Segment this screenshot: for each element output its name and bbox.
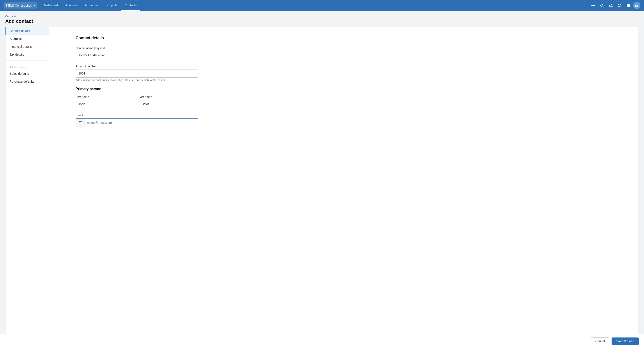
page-title: Add contact bbox=[5, 18, 639, 24]
account-number-group: Account number Add a unique account numb… bbox=[76, 65, 612, 82]
svg-rect-13 bbox=[79, 122, 82, 124]
primary-person-title: Primary person bbox=[76, 87, 612, 91]
svg-rect-11 bbox=[628, 6, 629, 7]
last-name-group: Last name bbox=[139, 95, 198, 108]
save-close-button[interactable]: Save & close bbox=[612, 338, 639, 345]
sidebar-item-addresses[interactable]: Addresses bbox=[6, 35, 49, 43]
breadcrumb-contacts[interactable]: Contacts bbox=[5, 15, 16, 18]
svg-rect-10 bbox=[627, 6, 628, 7]
email-label: Email bbox=[76, 114, 612, 117]
user-avatar[interactable]: ES bbox=[633, 2, 640, 9]
content-wrapper: Contact details Addresses Financial deta… bbox=[0, 27, 644, 348]
svg-rect-7 bbox=[627, 5, 628, 6]
org-name: KELS Construction bbox=[6, 4, 32, 7]
first-name-group: First name bbox=[76, 95, 135, 108]
account-number-hint: Add a unique account number to identify,… bbox=[76, 79, 612, 82]
name-row: First name Last name bbox=[76, 95, 198, 114]
svg-rect-12 bbox=[629, 6, 630, 7]
nav-dashboard[interactable]: Dashboard bbox=[39, 0, 61, 11]
sidebar-item-contact-details[interactable]: Contact details bbox=[6, 27, 49, 35]
nav-right-actions: ? ES bbox=[589, 2, 640, 10]
top-navigation: KELS Construction ▾ Dashboard Business A… bbox=[0, 0, 644, 11]
sidebar: Contact details Addresses Financial deta… bbox=[5, 27, 49, 343]
contact-name-group: Contact name (required) bbox=[76, 46, 612, 60]
sidebar-item-purchase-defaults[interactable]: Purchase defaults bbox=[6, 78, 49, 86]
contact-name-label: Contact name (required) bbox=[76, 46, 612, 50]
nav-business[interactable]: Business bbox=[61, 0, 81, 11]
last-name-label: Last name bbox=[139, 95, 198, 98]
chevron-down-icon: ▾ bbox=[34, 4, 35, 7]
search-icon-button[interactable] bbox=[598, 2, 606, 10]
cancel-button[interactable]: Cancel bbox=[591, 338, 610, 345]
nav-contacts[interactable]: Contacts bbox=[121, 0, 140, 11]
sidebar-divider bbox=[6, 60, 49, 60]
account-number-label: Account number bbox=[76, 65, 612, 68]
svg-rect-8 bbox=[628, 5, 629, 6]
email-input-wrapper bbox=[76, 118, 198, 127]
svg-rect-5 bbox=[628, 4, 629, 5]
account-number-input[interactable] bbox=[76, 69, 198, 78]
svg-text:?: ? bbox=[619, 4, 620, 7]
sidebar-item-tax-details[interactable]: Tax details bbox=[6, 50, 49, 58]
contact-details-title: Contact details bbox=[76, 36, 612, 40]
email-icon bbox=[76, 118, 85, 127]
nav-projects[interactable]: Projects bbox=[103, 0, 121, 11]
first-name-label: First name bbox=[76, 95, 135, 98]
grid-icon-button[interactable] bbox=[624, 2, 632, 10]
svg-line-1 bbox=[602, 6, 604, 7]
svg-rect-4 bbox=[627, 4, 628, 5]
help-icon-button[interactable]: ? bbox=[616, 2, 624, 10]
sidebar-item-financial-details[interactable]: Financial details bbox=[6, 43, 49, 50]
bell-icon-button[interactable] bbox=[607, 2, 615, 10]
svg-rect-6 bbox=[629, 4, 630, 5]
main-form: Contact details Contact name (required) … bbox=[49, 27, 639, 343]
svg-rect-9 bbox=[629, 5, 630, 6]
last-name-input[interactable] bbox=[139, 100, 198, 108]
default-settings-label: Default settings bbox=[6, 62, 49, 70]
form-footer: Cancel Save & close bbox=[0, 334, 644, 348]
sidebar-item-sales-defaults[interactable]: Sales defaults bbox=[6, 70, 49, 78]
add-icon-button[interactable] bbox=[589, 2, 597, 10]
page-header: Contacts Add contact bbox=[0, 11, 644, 27]
first-name-input[interactable] bbox=[76, 100, 135, 108]
email-input[interactable] bbox=[85, 118, 198, 127]
contact-name-input[interactable] bbox=[76, 51, 198, 60]
nav-accounting[interactable]: Accounting bbox=[81, 0, 103, 11]
required-note: (required) bbox=[94, 47, 106, 50]
org-selector[interactable]: KELS Construction ▾ bbox=[4, 2, 38, 8]
nav-links: Dashboard Business Accounting Projects C… bbox=[39, 0, 140, 11]
email-group: Email bbox=[76, 114, 612, 127]
